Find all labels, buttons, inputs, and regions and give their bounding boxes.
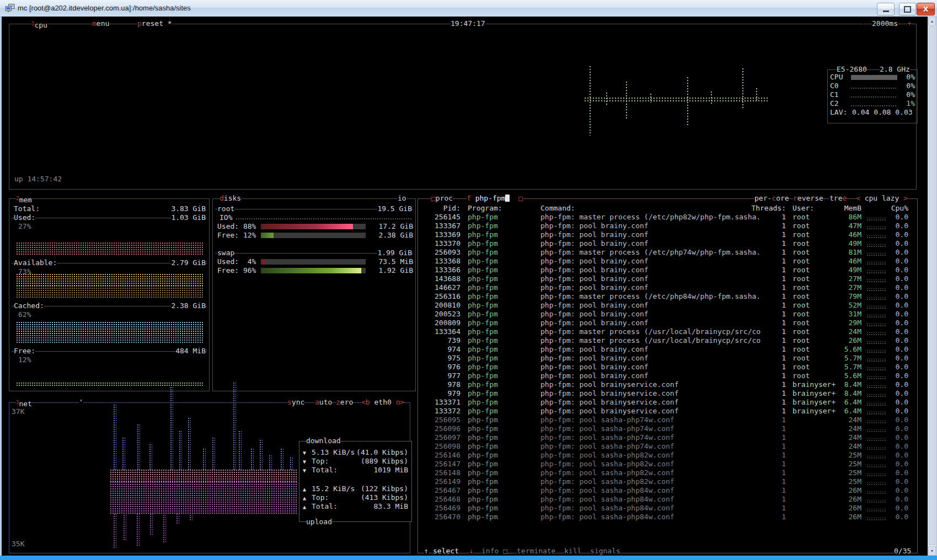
process-row[interactable]: 739php-fpmphp-fpm: master process (/usr/…	[418, 336, 915, 345]
process-row[interactable]: 143688php-fpmphp-fpm: pool brainy.conf1r…	[418, 274, 915, 283]
process-mem: 79M	[826, 292, 861, 301]
process-row[interactable]: 133368php-fpmphp-fpm: pool brainy.conf1r…	[418, 257, 915, 266]
column-threads[interactable]: Threads:	[749, 204, 786, 213]
column-memb[interactable]: MemB	[826, 204, 861, 213]
net-auto-button[interactable]: auto	[315, 398, 332, 407]
process-row[interactable]: 256470php-fpmphp-fpm: pool sasha-php84w.…	[418, 513, 915, 521]
select-down-icon[interactable]: ↓	[469, 547, 474, 556]
process-row[interactable]: 133370php-fpmphp-fpm: pool brainy.conf1r…	[418, 239, 915, 248]
net-zero-button[interactable]: zero	[336, 398, 353, 407]
process-row[interactable]: 133367php-fpmphp-fpm: pool brainy.conf1r…	[418, 222, 915, 230]
reverse-toggle[interactable]: reverse	[793, 194, 823, 203]
column-command[interactable]: Command:	[540, 204, 575, 213]
menu-button[interactable]: menu	[92, 19, 109, 28]
process-mem: 27M	[826, 274, 861, 283]
process-row[interactable]: 977php-fpmphp-fpm: pool brainy.conf1root…	[418, 371, 915, 380]
interval-increase-button[interactable]: +	[907, 19, 912, 28]
cpu-panel-title[interactable]: 1cpu	[31, 19, 47, 30]
info-button[interactable]: info □	[481, 547, 507, 556]
process-command: php-fpm: master process (/usr/local/brai…	[540, 336, 761, 345]
scroll-up-button[interactable]: ▲	[928, 17, 936, 26]
process-threads: 1	[749, 477, 786, 486]
proc-panel-title[interactable]: □proc	[431, 194, 453, 203]
process-row[interactable]: 133369php-fpmphp-fpm: pool brainy.conf1r…	[418, 230, 915, 239]
process-command: php-fpm: pool sasha-php84w.conf	[540, 486, 674, 495]
process-row[interactable]: 133364php-fpmphp-fpm: master process (/u…	[418, 327, 915, 336]
disks-panel-title[interactable]: disks	[219, 194, 241, 203]
process-row[interactable]: 256146php-fpmphp-fpm: pool sasha-php82w.…	[418, 451, 915, 460]
net-sync-button[interactable]: sync	[287, 398, 304, 407]
terminate-button[interactable]: terminate	[517, 547, 555, 556]
column-cpu[interactable]: Cpu%	[881, 204, 908, 213]
clock: 19:47:17	[451, 19, 485, 28]
process-row[interactable]: 976php-fpmphp-fpm: pool brainy.conf1root…	[418, 363, 915, 371]
process-row[interactable]: 200810php-fpmphp-fpm: pool brainy.conf1r…	[418, 301, 915, 310]
process-program: php-fpm	[468, 301, 498, 310]
process-row[interactable]: 979php-fpmphp-fpm: pool brainyservice.co…	[418, 389, 915, 398]
process-row[interactable]: 256148php-fpmphp-fpm: pool sasha-php82w.…	[418, 469, 915, 477]
net-interface-switcher[interactable]: <b eth0 n>	[361, 398, 404, 407]
process-command: php-fpm: pool brainy.conf	[540, 345, 649, 354]
process-row[interactable]: 133366php-fpmphp-fpm: pool brainy.conf1r…	[418, 266, 915, 274]
process-row[interactable]: 975php-fpmphp-fpm: pool brainy.conf1root…	[418, 354, 915, 363]
process-row[interactable]: 200809php-fpmphp-fpm: pool brainy.conf1r…	[418, 319, 915, 327]
process-pid: 256468	[418, 495, 461, 504]
process-row[interactable]: 256097php-fpmphp-fpm: pool sasha-php74w.…	[418, 433, 915, 442]
process-row[interactable]: 256095php-fpmphp-fpm: pool sasha-php74w.…	[418, 416, 915, 424]
process-row[interactable]: 256467php-fpmphp-fpm: pool sasha-php84w.…	[418, 486, 915, 495]
per-core-toggle[interactable]: per-core	[754, 194, 789, 203]
process-mem-graph	[867, 324, 887, 326]
scroll-down-button[interactable]: ▼	[928, 546, 936, 556]
process-threads: 1	[749, 504, 786, 513]
process-row[interactable]: 978php-fpmphp-fpm: pool brainyservice.co…	[418, 380, 915, 389]
process-program: php-fpm	[468, 398, 498, 407]
mem-panel-title[interactable]: 2mem	[16, 194, 32, 204]
mem-used-row: Used:1.03 GiB	[12, 213, 207, 222]
process-row[interactable]: 256316php-fpmphp-fpm: master process (/e…	[418, 292, 915, 301]
process-row[interactable]: 256093php-fpmphp-fpm: master process (/e…	[418, 248, 915, 257]
column-program[interactable]: Program:	[468, 204, 502, 213]
process-row[interactable]: 256149php-fpmphp-fpm: pool sasha-php82w.…	[418, 477, 915, 486]
scrollbar-thumb[interactable]	[929, 26, 935, 545]
process-mem: 5.7M	[826, 363, 861, 371]
process-threads: 1	[749, 354, 786, 363]
process-row[interactable]: 133371php-fpmphp-fpm: pool brainyservice…	[418, 398, 915, 407]
process-threads: 1	[749, 319, 786, 327]
process-row[interactable]: 256468php-fpmphp-fpm: pool sasha-php84w.…	[418, 495, 915, 504]
tree-toggle[interactable]: tree	[829, 194, 847, 203]
process-row[interactable]: 256098php-fpmphp-fpm: pool sasha-php74w.…	[418, 442, 915, 451]
kill-button[interactable]: kill	[564, 547, 581, 556]
process-command: php-fpm: pool sasha-php74w.conf	[540, 433, 674, 442]
process-threads: 1	[749, 345, 786, 354]
process-row[interactable]: 256145php-fpmphp-fpm: master process (/e…	[418, 213, 915, 222]
select-button[interactable]: select	[433, 547, 459, 556]
process-row[interactable]: 146627php-fpmphp-fpm: pool brainy.conf1r…	[418, 283, 915, 292]
process-row[interactable]: 200523php-fpmphp-fpm: pool brainy.conf1r…	[418, 310, 915, 319]
process-row[interactable]: 256147php-fpmphp-fpm: pool sasha-php82w.…	[418, 460, 915, 469]
process-pid: 256097	[418, 433, 461, 442]
process-mem-graph	[867, 421, 887, 423]
signals-button[interactable]: signals	[590, 547, 620, 556]
sort-selector[interactable]: < cpu lazy >	[856, 194, 908, 203]
process-pid: 739	[418, 336, 461, 345]
disks-io-button[interactable]: io	[398, 194, 406, 203]
process-filter-input[interactable]: f php-fpm □	[467, 194, 523, 203]
process-row[interactable]: 974php-fpmphp-fpm: pool brainy.conf1root…	[418, 345, 915, 354]
preset-button[interactable]: preset *	[137, 19, 172, 28]
net-graph-tick: '	[79, 398, 83, 407]
select-up-icon[interactable]: ↑	[424, 547, 429, 556]
process-mem-graph	[867, 341, 887, 344]
scrollbar[interactable]: ▲ ▼	[928, 17, 936, 556]
process-user: root	[793, 310, 810, 319]
disk-swap-used-value: 73.5 MiB	[378, 257, 413, 266]
process-row[interactable]: 256469php-fpmphp-fpm: pool sasha-php84w.…	[418, 504, 915, 513]
process-row[interactable]: 256096php-fpmphp-fpm: pool sasha-php74w.…	[418, 424, 915, 433]
process-command: php-fpm: pool sasha-php84w.conf	[540, 495, 674, 504]
column-user[interactable]: User:	[793, 204, 814, 213]
process-mem: 86M	[826, 213, 861, 222]
process-pid: 256467	[418, 486, 461, 495]
process-threads: 1	[749, 239, 786, 248]
process-row[interactable]: 133372php-fpmphp-fpm: pool brainyservice…	[418, 407, 915, 416]
interval-decrease-button[interactable]: -	[863, 19, 868, 28]
column-pid[interactable]: Pid:	[418, 204, 461, 213]
